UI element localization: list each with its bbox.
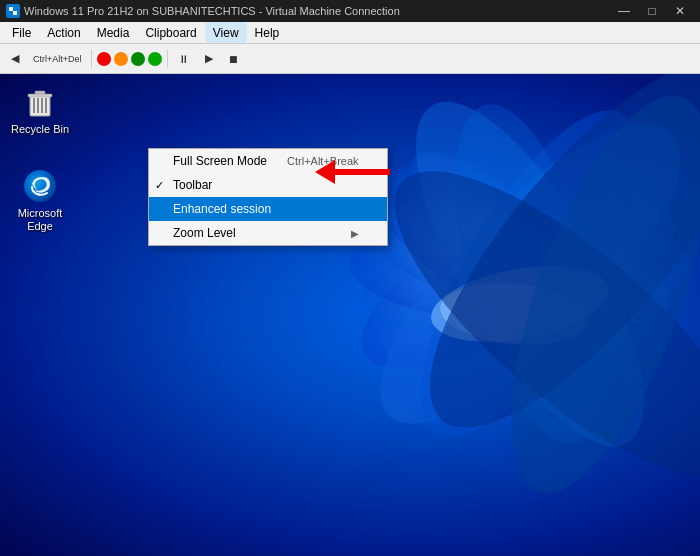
- desktop: Recycle Bin Microsoft: [0, 74, 700, 556]
- zoom-label: Zoom Level: [173, 226, 236, 240]
- menu-file[interactable]: File: [4, 22, 39, 43]
- title-bar-left: Windows 11 Pro 21H2 on SUBHANITECHTICS -…: [6, 4, 400, 18]
- svg-rect-23: [28, 94, 52, 97]
- close-button[interactable]: ✕: [666, 0, 694, 22]
- menu-clipboard[interactable]: Clipboard: [137, 22, 204, 43]
- title-bar-icon: [6, 4, 20, 18]
- toolbar: ◀ Ctrl+Alt+Del ⏸ ▶ ⏹: [0, 44, 700, 74]
- toolbar-play-btn[interactable]: ▶: [198, 48, 220, 70]
- svg-rect-22: [45, 98, 47, 113]
- menu-view[interactable]: View: [205, 22, 247, 43]
- toolbar-pause-btn[interactable]: ⏸: [173, 48, 195, 70]
- toolbar-blue-btn[interactable]: [148, 52, 162, 66]
- enhanced-label: Enhanced session: [173, 202, 271, 216]
- desktop-icons: Recycle Bin Microsoft: [10, 84, 70, 234]
- edge-image: [22, 168, 58, 204]
- toolbar-green-btn[interactable]: [131, 52, 145, 66]
- svg-rect-21: [41, 98, 43, 113]
- toolbar-red-btn[interactable]: [97, 52, 111, 66]
- toolbar-back-btn[interactable]: ◀: [4, 48, 26, 70]
- title-bar: Windows 11 Pro 21H2 on SUBHANITECHTICS -…: [0, 0, 700, 22]
- arrow-head: [315, 160, 335, 184]
- svg-rect-20: [37, 98, 39, 113]
- toolbar-orange-btn[interactable]: [114, 52, 128, 66]
- recycle-bin-label: Recycle Bin: [11, 123, 69, 136]
- minimize-button[interactable]: —: [610, 0, 638, 22]
- title-bar-controls: — □ ✕: [610, 0, 694, 22]
- svg-point-25: [24, 170, 56, 202]
- recycle-bin-icon[interactable]: Recycle Bin: [10, 84, 70, 136]
- toolbar-separator-1: [91, 50, 92, 68]
- toolbar-separator-2: [167, 50, 168, 68]
- maximize-button[interactable]: □: [638, 0, 666, 22]
- toolbar-label: Toolbar: [173, 178, 212, 192]
- wallpaper: [0, 74, 700, 556]
- bloom-svg: [240, 74, 700, 544]
- menu-enhanced-session[interactable]: Enhanced session: [149, 197, 387, 221]
- menu-media[interactable]: Media: [89, 22, 138, 43]
- menu-zoom-level[interactable]: Zoom Level ▶: [149, 221, 387, 245]
- edge-icon[interactable]: Microsoft Edge: [10, 168, 70, 233]
- zoom-arrow-icon: ▶: [351, 228, 359, 239]
- recycle-bin-image: [22, 84, 58, 120]
- toolbar-check: ✓: [155, 179, 164, 192]
- menu-help[interactable]: Help: [247, 22, 288, 43]
- edge-svg: [22, 168, 58, 204]
- svg-rect-1: [9, 7, 13, 11]
- svg-rect-19: [33, 98, 35, 113]
- svg-rect-24: [35, 91, 45, 94]
- menu-bar: File Action Media Clipboard View Help: [0, 22, 700, 44]
- window-title: Windows 11 Pro 21H2 on SUBHANITECHTICS -…: [24, 5, 400, 17]
- toolbar-ctrl-alt-del-btn[interactable]: Ctrl+Alt+Del: [29, 48, 86, 70]
- fullscreen-label: Full Screen Mode: [173, 154, 267, 168]
- arrow-shaft: [335, 169, 390, 175]
- red-arrow: [315, 160, 390, 184]
- svg-rect-2: [13, 11, 17, 15]
- edge-label: Microsoft Edge: [10, 207, 70, 233]
- recycle-bin-svg: [22, 84, 58, 120]
- toolbar-stop-btn[interactable]: ⏹: [223, 48, 245, 70]
- menu-action[interactable]: Action: [39, 22, 88, 43]
